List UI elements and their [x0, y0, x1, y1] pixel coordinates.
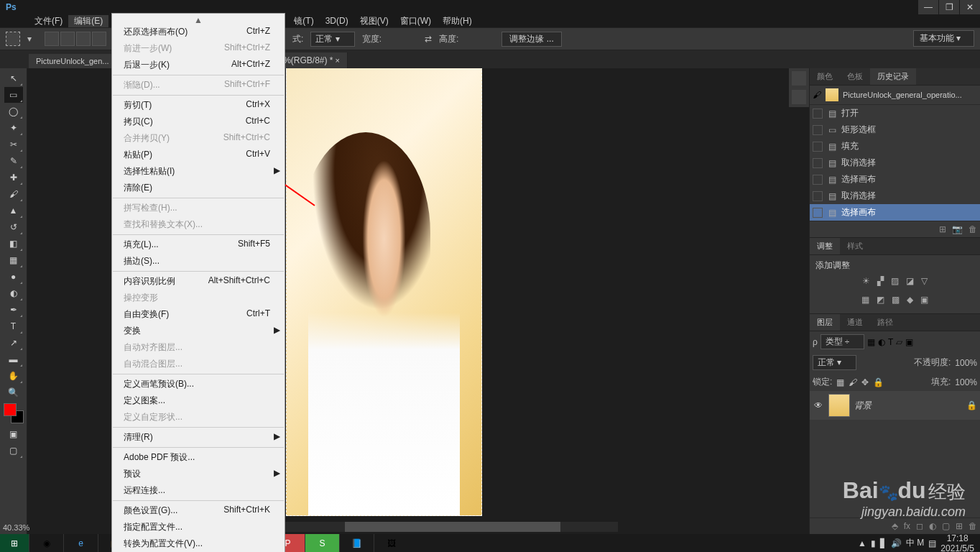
layer-item[interactable]: 👁 背景 🔒 [810, 391, 980, 420]
mi-purge[interactable]: 清理(R)▶ [112, 429, 285, 446]
new-selection-icon[interactable] [45, 32, 59, 46]
mode-dropdown[interactable]: 正常 ▾ [310, 32, 354, 47]
lock-trans-icon[interactable]: ▦ [836, 377, 844, 387]
mi-assign-profile[interactable]: 指定配置文件... [112, 519, 285, 535]
mi-remote[interactable]: 远程连接... [112, 482, 285, 499]
start-button[interactable]: ⊞ [0, 534, 29, 552]
move-tool-icon[interactable]: ↖ [4, 70, 23, 86]
quickmask-icon[interactable]: ▣ [4, 426, 23, 442]
menu-file[interactable]: 文件(F) [29, 15, 68, 27]
mi-copy-merged[interactable]: 合并拷贝(Y)Shift+Ctrl+C [112, 130, 285, 147]
blur-tool-icon[interactable]: ● [4, 269, 23, 285]
mi-paste[interactable]: 粘贴(P)Ctrl+V [112, 147, 285, 163]
mini-icon[interactable] [792, 71, 806, 86]
levels-icon[interactable]: ▞ [877, 276, 884, 286]
restore-button[interactable]: ❐ [939, 0, 959, 14]
history-item[interactable]: ▤打开 [810, 105, 980, 121]
mi-content-aware[interactable]: 内容识别比例Alt+Shift+Ctrl+C [112, 273, 285, 290]
bw-icon[interactable]: ◩ [877, 295, 884, 305]
filter-type-icon[interactable]: T [888, 337, 893, 347]
hand-tool-icon[interactable]: ✋ [4, 368, 23, 384]
mi-paste-special[interactable]: 选择性粘贴(I)▶ [112, 163, 285, 180]
lookup-icon[interactable]: ▣ [920, 295, 928, 305]
document-canvas[interactable] [286, 68, 482, 516]
photo-filter-icon[interactable]: ▩ [892, 295, 900, 305]
task-icon[interactable]: ◉ [29, 534, 63, 552]
eyedropper-tool-icon[interactable]: ✎ [4, 153, 23, 169]
mi-puppet[interactable]: 操控变形 [112, 290, 285, 306]
mask-icon[interactable]: ◻ [916, 521, 923, 531]
mi-color-settings[interactable]: 颜色设置(G)...Shift+Ctrl+K [112, 502, 285, 519]
pen-tool-icon[interactable]: ✒ [4, 302, 23, 318]
opacity-value[interactable]: 100% [955, 358, 977, 368]
tab-history[interactable]: 历史记录 [870, 68, 916, 85]
filter-shape-icon[interactable]: ▱ [896, 337, 902, 347]
lock-paint-icon[interactable]: 🖌 [849, 377, 857, 387]
tray-up-icon[interactable]: ▲ [858, 538, 866, 548]
mi-auto-align[interactable]: 自动对齐图层... [112, 339, 285, 356]
crop-tool-icon[interactable]: ✂ [4, 137, 23, 152]
mi-define-brush[interactable]: 定义画笔预设(B)... [112, 376, 285, 392]
mi-stroke[interactable]: 描边(S)... [112, 253, 285, 270]
filter-adjust-icon[interactable]: ◐ [878, 337, 885, 347]
link-icon[interactable]: ⬘ [892, 521, 898, 531]
mini-icon[interactable] [792, 90, 806, 104]
task-icon[interactable]: 📘 [339, 534, 374, 552]
tab-paths[interactable]: 路径 [870, 314, 900, 331]
document-tab-1[interactable]: PictureUnlock_gen... [29, 54, 117, 68]
trash-icon[interactable]: 🗑 [969, 224, 977, 234]
minimize-button[interactable]: — [918, 0, 938, 14]
mi-spell[interactable]: 拼写检查(H)... [112, 200, 285, 216]
mi-convert-profile[interactable]: 转换为配置文件(V)... [112, 535, 285, 552]
zoom-tool-icon[interactable]: 🔍 [4, 385, 23, 400]
path-select-icon[interactable]: ↗ [4, 335, 23, 351]
clock-time[interactable]: 17:18 [940, 533, 974, 543]
network-icon[interactable]: ▋ [880, 538, 887, 548]
filter-pixel-icon[interactable]: ▦ [867, 337, 875, 347]
brush-tool-icon[interactable]: 🖌 [4, 186, 23, 202]
mi-pdf-preset[interactable]: Adobe PDF 预设... [112, 449, 285, 466]
lock-all-icon[interactable]: 🔒 [873, 377, 884, 387]
history-item[interactable]: ▤取消选择 [810, 155, 980, 171]
eraser-tool-icon[interactable]: ◧ [4, 236, 23, 252]
clock-date[interactable]: 2021/5/5 [940, 543, 974, 553]
dodge-tool-icon[interactable]: ◐ [4, 285, 23, 301]
add-selection-icon[interactable] [60, 32, 75, 46]
stamp-tool-icon[interactable]: ▲ [4, 203, 23, 218]
lock-pos-icon[interactable]: ✥ [861, 377, 869, 387]
mi-define-pattern[interactable]: 定义图案... [112, 392, 285, 409]
group-icon[interactable]: ▢ [942, 521, 950, 531]
history-brush-icon[interactable]: ↺ [4, 219, 23, 235]
type-tool-icon[interactable]: T [4, 318, 23, 334]
volume-icon[interactable]: 🔊 [891, 538, 902, 548]
shape-tool-icon[interactable]: ▬ [4, 351, 23, 367]
mi-fade[interactable]: 渐隐(D)...Shift+Ctrl+F [112, 77, 285, 93]
gradient-tool-icon[interactable]: ▦ [4, 252, 23, 268]
delete-icon[interactable]: 🗑 [969, 521, 977, 531]
mi-auto-blend[interactable]: 自动混合图层... [112, 356, 285, 372]
mi-step-forward[interactable]: 前进一步(W)Shift+Ctrl+Z [112, 40, 285, 57]
visibility-icon[interactable]: 👁 [813, 400, 824, 410]
mi-define-shape[interactable]: 定义自定形状... [112, 409, 285, 426]
workspace-dropdown[interactable]: 基本功能 ▾ [913, 30, 974, 47]
menu-filter[interactable]: 镜(T) [288, 15, 319, 27]
close-button[interactable]: ✕ [960, 0, 980, 14]
ime-indicator[interactable]: 中 M [906, 537, 924, 549]
mi-find-replace[interactable]: 查找和替换文本(X)... [112, 216, 285, 233]
zoom-level[interactable]: 40.33% [3, 523, 29, 532]
tool-preset-icon[interactable] [6, 32, 20, 46]
mi-cut[interactable]: 剪切(T)Ctrl+X [112, 97, 285, 114]
subtract-selection-icon[interactable] [76, 32, 91, 46]
fill-value[interactable]: 100% [955, 377, 977, 387]
mi-fill[interactable]: 填充(L)...Shift+F5 [112, 236, 285, 253]
marquee-tool-icon[interactable]: ▭ [4, 87, 23, 103]
blend-mode-dropdown[interactable]: 正常 ▾ [813, 355, 856, 370]
wand-tool-icon[interactable]: ✦ [4, 120, 23, 136]
swap-icon[interactable]: ⇄ [425, 34, 432, 44]
healing-tool-icon[interactable]: ✚ [4, 170, 23, 185]
battery-icon[interactable]: ▮ [871, 538, 876, 548]
filter-kind-dropdown[interactable]: 类型 ÷ [820, 334, 864, 349]
snapshot-icon[interactable]: ⊞ [939, 224, 946, 234]
fill-adj-icon[interactable]: ◐ [929, 521, 936, 531]
tab-swatches[interactable]: 色板 [840, 68, 870, 85]
